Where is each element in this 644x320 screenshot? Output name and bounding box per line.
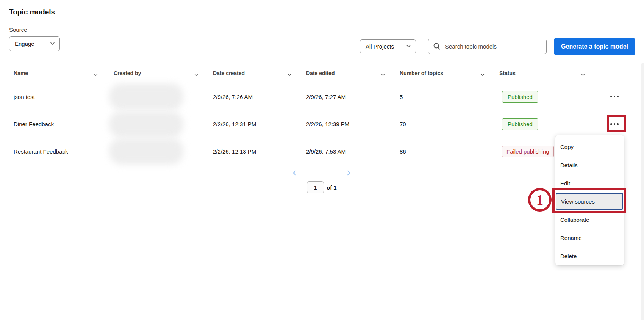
annotation-step-number: 1	[536, 191, 544, 208]
menu-item-details[interactable]: Details	[560, 162, 578, 168]
date-created-value: 2/2/26, 12:13 PM	[213, 138, 256, 165]
status-badge: Failed publishing	[502, 138, 554, 165]
model-name[interactable]: Diner Feedback	[14, 111, 54, 138]
chevron-down-icon[interactable]	[480, 72, 485, 78]
row-actions-button[interactable]	[606, 91, 623, 102]
date-created-value: 2/2/26, 12:31 PM	[213, 111, 256, 138]
annotation-step-circle: 1	[528, 188, 552, 212]
chevron-down-icon	[406, 43, 411, 50]
column-header-created-by[interactable]: Created by	[114, 70, 141, 76]
menu-item-edit[interactable]: Edit	[560, 180, 570, 187]
menu-item-copy[interactable]: Copy	[560, 144, 574, 150]
project-filter-value: All Projects	[366, 43, 394, 50]
menu-item-rename[interactable]: Rename	[560, 235, 582, 241]
topics-count: 70	[400, 111, 406, 138]
annotation-highlight-view-sources	[552, 188, 626, 213]
column-header-date-created[interactable]: Date created	[213, 70, 245, 76]
source-label: Source	[9, 27, 27, 33]
chevron-down-icon[interactable]	[94, 72, 98, 78]
menu-item-delete[interactable]: Delete	[560, 253, 577, 259]
menu-item-collaborate[interactable]: Collaborate	[560, 216, 589, 223]
scrollbar-track[interactable]	[641, 63, 644, 320]
topics-count: 86	[400, 138, 406, 165]
page-title: Topic models	[9, 8, 55, 16]
redacted-created-by	[109, 83, 183, 110]
date-edited-value: 2/2/26, 12:39 PM	[306, 111, 349, 138]
column-header-status[interactable]: Status	[499, 70, 516, 76]
column-header-name[interactable]: Name	[14, 70, 28, 76]
status-badge: Published	[502, 111, 538, 138]
chevron-down-icon[interactable]	[287, 72, 292, 78]
page-number-input[interactable]	[307, 181, 324, 193]
redacted-created-by	[109, 111, 183, 138]
previous-page-button[interactable]	[290, 168, 299, 177]
search-input[interactable]	[428, 39, 547, 54]
date-edited-value: 2/9/26, 7:53 AM	[306, 138, 346, 165]
table-row: Restaurant Feedback 2/2/26, 12:13 PM 2/9…	[0, 138, 644, 165]
generate-topic-model-button[interactable]: Generate a topic model	[554, 38, 635, 55]
date-created-value: 2/9/26, 7:26 AM	[213, 83, 253, 111]
table-bottom-divider	[9, 165, 635, 165]
column-header-number-of-topics[interactable]: Number of topics	[400, 70, 443, 76]
project-filter-select[interactable]: All Projects	[360, 39, 416, 53]
date-edited-value: 2/9/26, 7:27 AM	[306, 83, 346, 111]
redacted-created-by	[109, 138, 183, 165]
annotation-highlight-row-actions	[607, 115, 626, 132]
topic-models-page: Topic models Source Engage All Projects …	[0, 0, 644, 320]
table-row: json test 2/9/26, 7:26 AM 2/9/26, 7:27 A…	[0, 83, 644, 111]
next-page-button[interactable]	[344, 168, 353, 177]
chevron-down-icon[interactable]	[581, 72, 585, 78]
chevron-down-icon[interactable]	[381, 72, 385, 78]
chevron-down-icon[interactable]	[194, 72, 199, 78]
table-row: Diner Feedback 2/2/26, 12:31 PM 2/2/26, …	[0, 111, 644, 138]
status-badge: Published	[502, 83, 538, 111]
model-name[interactable]: json test	[14, 83, 35, 111]
model-name[interactable]: Restaurant Feedback	[14, 138, 68, 165]
source-select[interactable]: Engage	[9, 36, 60, 51]
search-field	[428, 39, 547, 54]
chevron-down-icon	[50, 41, 55, 47]
column-header-date-edited[interactable]: Date edited	[306, 70, 335, 76]
page-count-label: of 1	[327, 184, 337, 191]
topics-count: 5	[400, 83, 403, 111]
source-select-value: Engage	[15, 41, 34, 47]
